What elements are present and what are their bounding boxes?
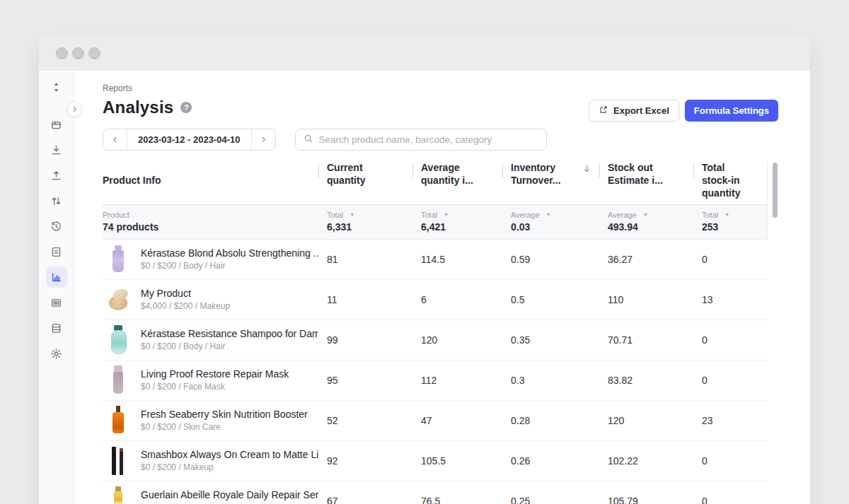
sort-descending-arrow-icon[interactable] <box>582 163 592 177</box>
metric-value: 0 <box>693 455 768 467</box>
table-row[interactable]: Living Proof Restore Repair Mask$0 / $20… <box>103 361 768 401</box>
metric-value: 67 <box>318 496 412 504</box>
metric-value: 81 <box>318 254 412 265</box>
product-details: $0 / $200 / Skin Care <box>141 422 308 432</box>
sidebar-item-server[interactable] <box>46 317 67 339</box>
window-control-dot[interactable] <box>72 47 84 59</box>
column-header-product-info[interactable]: Product Info <box>103 174 318 187</box>
product-details: $0 / $200 / Face Mask <box>141 382 289 392</box>
metric-value: 0 <box>693 375 768 386</box>
sort-vertical-icon <box>50 81 62 93</box>
export-excel-button[interactable]: Export Excel <box>589 100 679 122</box>
product-cell: Guerlain Abeille Royale Daily Repair Ser… <box>103 485 318 504</box>
caret-down-icon: ▼ <box>546 212 551 217</box>
column-header-label: Inventory Turnover... <box>511 162 561 186</box>
metric-value: 95 <box>318 375 412 386</box>
aggregation-label: Average <box>511 211 540 219</box>
metric-value: 0.5 <box>502 294 599 305</box>
sidebar-item-download[interactable] <box>46 139 67 160</box>
summary-value: 0.03 <box>511 221 599 233</box>
product-name: Fresh Seaberry Skin Nutrition Booster <box>141 409 308 420</box>
table-row[interactable]: Smashbox Always On Cream to Matte Li...$… <box>103 441 768 481</box>
breadcrumb: Reports <box>103 83 810 93</box>
product-thumbnail <box>107 404 129 437</box>
gear-icon <box>50 348 62 360</box>
sidebar-item-barcode[interactable] <box>46 292 67 313</box>
sidebar-expand-button[interactable] <box>67 102 82 117</box>
metric-value: 92 <box>318 455 412 467</box>
date-range-value[interactable]: 2023-03-12 - 2023-04-10 <box>127 129 252 150</box>
sidebar-item-upload[interactable] <box>46 165 67 186</box>
sidebar-item-history[interactable] <box>46 216 67 237</box>
server-icon <box>50 322 62 334</box>
summary-value: 6,421 <box>421 221 502 233</box>
caret-down-icon: ▼ <box>724 212 729 217</box>
chevron-right-icon <box>71 103 79 116</box>
sidebar-item-package[interactable] <box>46 114 67 135</box>
sidebar-item-gear[interactable] <box>46 343 67 364</box>
table-row[interactable]: Kérastase Blond Absolu Strengthening ...… <box>103 240 768 280</box>
aggregation-selector[interactable]: Total▼ <box>327 211 412 219</box>
aggregation-selector[interactable]: Average▼ <box>511 211 599 219</box>
column-header-4[interactable]: Stock out Estimate i... <box>599 161 693 200</box>
help-icon[interactable]: ? <box>180 102 192 113</box>
table-row[interactable]: Fresh Seaberry Skin Nutrition Booster$0 … <box>103 401 768 441</box>
sidebar-item-bar-chart[interactable] <box>46 266 67 288</box>
table-row[interactable]: My Product$4,000 / $200 / Makeup1160.511… <box>103 280 768 320</box>
metric-value: 105.5 <box>412 455 502 467</box>
product-thumbnail <box>107 283 129 316</box>
metric-value: 102.22 <box>599 455 693 467</box>
aggregation-selector[interactable]: Total▼ <box>702 211 768 219</box>
column-header-1[interactable]: Current quantity <box>318 161 412 200</box>
aggregation-label: Total <box>327 211 343 219</box>
previous-period-button[interactable] <box>103 129 127 150</box>
summary-label: Product <box>103 211 129 219</box>
product-cell: Kérastase Blond Absolu Strengthening ...… <box>103 243 318 276</box>
vertical-scrollbar[interactable] <box>773 163 778 218</box>
metric-value: 110 <box>599 294 693 305</box>
product-cell: Kérastase Resistance Shampoo for Dam...$… <box>103 324 318 356</box>
metric-value: 112 <box>412 375 502 386</box>
product-cell: Living Proof Restore Repair Mask$0 / $20… <box>103 364 318 397</box>
page-title: Analysis <box>103 98 173 117</box>
metric-value: 47 <box>412 415 502 426</box>
sidebar-item-transfer-arrows[interactable] <box>46 190 67 211</box>
download-icon <box>50 144 62 156</box>
search-box <box>295 129 547 151</box>
metric-value: 23 <box>693 415 768 426</box>
product-details: $0 / $200 / Body / Hair <box>141 261 318 271</box>
metric-value: 11 <box>318 294 412 305</box>
product-details: $4,000 / $200 / Makeup <box>141 301 230 311</box>
column-header-5[interactable]: Total stock-in quantity <box>693 161 768 200</box>
next-period-button[interactable] <box>252 129 275 150</box>
product-thumbnail <box>107 485 129 504</box>
aggregation-label: Total <box>702 211 718 219</box>
sidebar-item-sort-vertical[interactable] <box>46 76 67 98</box>
product-thumbnail <box>107 243 129 276</box>
column-header-label: Current quantity <box>327 162 365 186</box>
product-name: Kérastase Blond Absolu Strengthening ... <box>141 247 318 259</box>
metric-value: 105.79 <box>599 496 693 504</box>
table-row[interactable]: Guerlain Abeille Royale Daily Repair Ser… <box>103 481 768 504</box>
window-control-dot[interactable] <box>88 47 100 59</box>
window-control-dot[interactable] <box>56 47 68 59</box>
column-header-3[interactable]: Inventory Turnover... <box>502 161 599 200</box>
caret-down-icon: ▼ <box>444 212 449 217</box>
table-row[interactable]: Kérastase Resistance Shampoo for Dam...$… <box>103 320 768 361</box>
metric-value: 0.59 <box>502 254 599 265</box>
metric-value: 0.25 <box>502 496 599 504</box>
search-input[interactable] <box>319 134 538 145</box>
analysis-table: Product Info Current quantityAverage qua… <box>103 161 768 504</box>
aggregation-selector[interactable]: Average▼ <box>608 211 693 219</box>
sidebar-item-document[interactable] <box>46 241 67 262</box>
aggregation-selector[interactable]: Total▼ <box>421 211 502 219</box>
column-header-label: Stock out Estimate i... <box>608 162 663 186</box>
sidebar <box>39 71 74 504</box>
search-icon <box>304 134 313 146</box>
formula-settings-label: Formula Settings <box>694 105 769 116</box>
export-icon <box>599 105 608 117</box>
column-header-2[interactable]: Average quantity i... <box>412 161 502 200</box>
formula-settings-button[interactable]: Formula Settings <box>685 100 778 122</box>
main-content: Reports Analysis ? Export Excel Formula … <box>74 71 810 504</box>
product-thumbnail <box>107 324 129 356</box>
